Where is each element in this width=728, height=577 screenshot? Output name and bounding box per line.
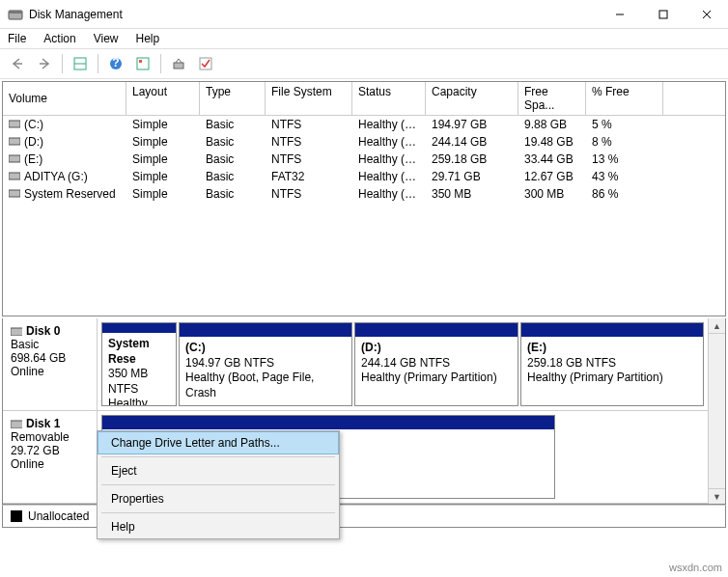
disk0-label[interactable]: Disk 0 Basic 698.64 GB Online (3, 318, 98, 410)
volume-list: Volume Layout Type File System Status Ca… (2, 81, 726, 316)
svg-rect-1 (9, 11, 22, 14)
disk0-row: Disk 0 Basic 698.64 GB Online System Res… (3, 318, 708, 411)
svg-rect-15 (9, 138, 20, 145)
maximize-button[interactable] (641, 0, 685, 29)
svg-rect-17 (9, 173, 20, 179)
col-layout[interactable]: Layout (126, 82, 200, 115)
svg-rect-10 (137, 58, 149, 69)
volume-row[interactable]: (D:)SimpleBasicNTFSHealthy (P...244.14 G… (3, 133, 725, 151)
menu-item-eject[interactable]: Eject (98, 459, 339, 482)
forward-button[interactable] (33, 52, 56, 75)
col-capacity[interactable]: Capacity (426, 82, 518, 115)
volume-row[interactable]: System ReservedSimpleBasicNTFSHealthy (S… (3, 185, 725, 203)
svg-rect-14 (9, 121, 20, 127)
svg-rect-18 (9, 190, 20, 197)
col-pfree[interactable]: % Free (586, 82, 663, 115)
svg-rect-3 (659, 11, 667, 18)
scrollbar[interactable]: ▲ ▼ (708, 318, 725, 504)
menu-help[interactable]: Help (136, 32, 160, 45)
svg-text:?: ? (112, 57, 119, 69)
svg-rect-19 (11, 328, 22, 336)
volume-row[interactable]: ADITYA (G:)SimpleBasicFAT32Healthy (P...… (3, 168, 725, 185)
watermark: wsxdn.com (669, 562, 722, 573)
svg-rect-11 (139, 60, 142, 63)
check-icon[interactable] (194, 52, 217, 75)
volume-list-header: Volume Layout Type File System Status Ca… (3, 82, 725, 116)
titlebar: Disk Management (0, 0, 728, 29)
partition-d[interactable]: (D:)244.14 GB NTFSHealthy (Primary Parti… (354, 322, 518, 406)
svg-rect-13 (200, 58, 211, 69)
scroll-down-icon[interactable]: ▼ (709, 488, 725, 504)
col-fs[interactable]: File System (266, 82, 352, 115)
volume-row[interactable]: (C:)SimpleBasicNTFSHealthy (B...194.97 G… (3, 116, 725, 133)
svg-rect-16 (9, 155, 20, 162)
col-status[interactable]: Status (352, 82, 426, 115)
partition-system-reserved[interactable]: System Rese350 MB NTFSHealthy (Syst (101, 322, 177, 406)
disk1-label[interactable]: Disk 1 Removable 29.72 GB Online (3, 411, 98, 503)
partition-c[interactable]: (C:)194.97 GB NTFSHealthy (Boot, Page Fi… (179, 322, 352, 406)
volume-row[interactable]: (E:)SimpleBasicNTFSHealthy (P...259.18 G… (3, 151, 725, 168)
settings-icon[interactable] (131, 52, 154, 75)
menu-item-help[interactable]: Help (98, 515, 339, 538)
minimize-button[interactable] (598, 0, 641, 29)
legend-swatch-unallocated (11, 510, 22, 522)
help-icon[interactable]: ? (104, 52, 127, 75)
view-split-icon[interactable] (69, 52, 92, 75)
col-volume[interactable]: Volume (3, 82, 126, 115)
window-title: Disk Management (29, 8, 598, 21)
col-type[interactable]: Type (200, 82, 266, 115)
toolbar: ? (0, 48, 728, 79)
menubar: File Action View Help (0, 29, 728, 48)
menu-view[interactable]: View (94, 32, 119, 45)
context-menu: Change Drive Letter and Paths... Eject P… (97, 430, 340, 539)
menu-item-properties[interactable]: Properties (98, 487, 339, 510)
partition-e[interactable]: (E:)259.18 GB NTFSHealthy (Primary Parti… (520, 322, 704, 406)
refresh-icon[interactable] (167, 52, 190, 75)
menu-file[interactable]: File (8, 32, 26, 45)
menu-action[interactable]: Action (43, 32, 75, 45)
menu-item-change-drive-letter[interactable]: Change Drive Letter and Paths... (98, 431, 339, 454)
close-button[interactable] (685, 0, 728, 29)
app-icon (8, 7, 23, 22)
col-free[interactable]: Free Spa... (518, 82, 586, 115)
back-button[interactable] (6, 52, 29, 75)
svg-rect-20 (11, 421, 22, 428)
svg-rect-12 (174, 63, 183, 69)
scroll-up-icon[interactable]: ▲ (709, 318, 725, 334)
legend-unallocated: Unallocated (28, 509, 89, 523)
